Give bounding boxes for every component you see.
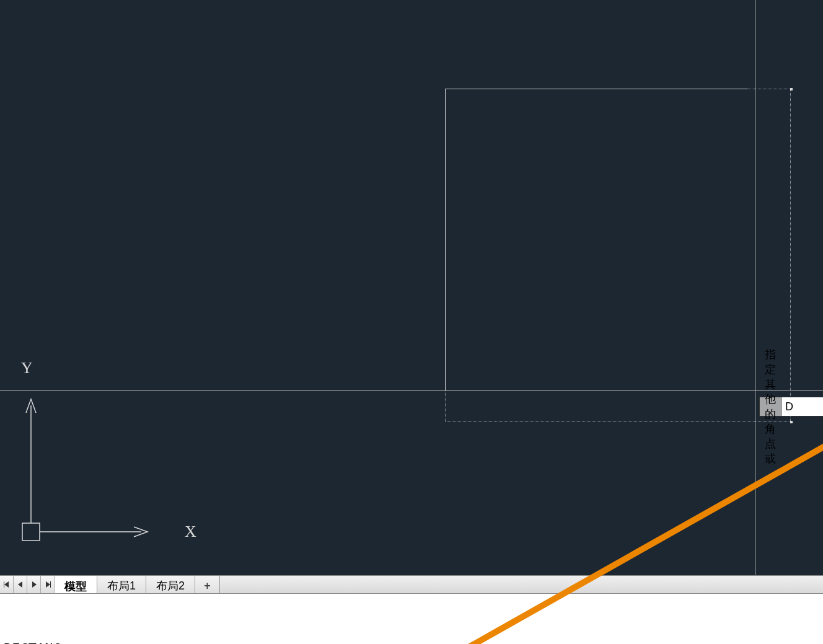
tab-model-label: 模型 [64,579,87,594]
dynamic-input-prompt: 指定其他的角点或 [759,397,823,417]
ucs-y-label: Y [21,359,33,377]
svg-rect-4 [4,581,4,588]
tab-scroll-prev[interactable] [14,576,27,593]
tab-model[interactable]: 模型 [55,576,97,593]
grip-point [790,421,793,423]
tab-layout1[interactable]: 布局1 [97,576,146,593]
tab-scroll-first[interactable] [0,576,14,593]
tab-add[interactable]: + [195,576,220,593]
svg-marker-3 [4,581,9,588]
dynamic-input-label: 指定其他的角点或 [759,397,781,417]
svg-rect-0 [22,523,40,540]
tab-scroll-last[interactable] [41,576,55,593]
svg-marker-7 [46,581,50,588]
svg-marker-6 [32,581,37,588]
tab-scroll-next[interactable] [27,576,41,593]
rectangle-preview-dotted-top [747,89,791,89]
svg-marker-5 [18,581,22,588]
command-line-history[interactable]: RECTANG 指定第一个角点或 [倒角(C)/标高(E)/圆角(F)/正方形(… [0,594,823,644]
command-line: RECTANG [4,638,819,644]
rectangle-preview-rubberband [445,89,791,422]
rectangle-preview-dotted-left [445,390,446,422]
ucs-icon: X Y [17,362,160,560]
tab-layout2-label: 布局2 [156,578,185,593]
ucs-x-label: X [185,523,196,540]
layout-tab-bar: 模型 布局1 布局2 + [0,575,823,594]
tab-layout1-label: 布局1 [107,578,136,593]
dynamic-input-field[interactable] [781,397,823,417]
tab-layout2[interactable]: 布局2 [146,576,195,593]
drawing-canvas[interactable]: 指定其他的角点或 X Y [0,0,823,575]
grip-point [790,88,793,90]
svg-rect-8 [50,581,51,588]
